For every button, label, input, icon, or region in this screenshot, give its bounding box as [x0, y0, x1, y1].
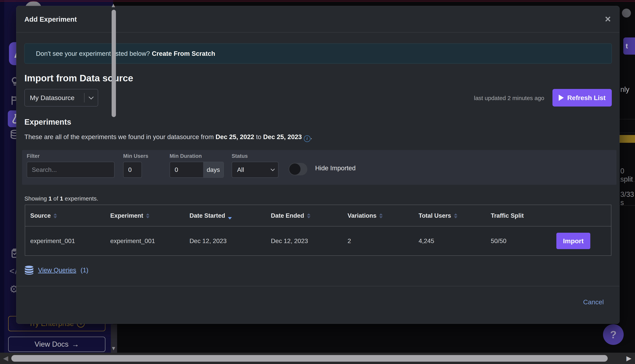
- scroll-left-arrow[interactable]: ◀: [3, 354, 8, 362]
- background-text-fragment: 3/33 s: [620, 190, 635, 207]
- cell-variations: 2: [348, 226, 351, 255]
- min-duration-unit: days: [203, 162, 223, 177]
- description-suffix: .: [310, 133, 312, 140]
- column-header-date-ended[interactable]: Date Ended: [271, 205, 310, 226]
- banner-text: Don't see your experiment listed below?: [36, 50, 150, 57]
- min-duration-label: Min Duration: [170, 153, 202, 159]
- view-queries-link[interactable]: View Queries: [38, 266, 76, 274]
- hide-imported-label: Hide Imported: [315, 164, 356, 172]
- column-header-date-started[interactable]: Date Started: [190, 205, 232, 226]
- table-header-row: Source Experiment Date Started Date Ende…: [25, 205, 611, 226]
- sidebar-scrollbar-thumb[interactable]: [112, 10, 116, 117]
- sidebar-edge: [0, 0, 4, 364]
- view-docs-label: View Docs: [35, 340, 69, 348]
- import-section-heading: Import from Data source: [25, 73, 133, 84]
- cell-traffic-split: 50/50: [491, 226, 506, 255]
- arrow-right-icon: →: [72, 340, 79, 348]
- min-users-label: Min Users: [123, 153, 148, 159]
- status-label: Status: [232, 153, 248, 159]
- toggle-knob: [289, 164, 301, 175]
- filter-label: Filter: [27, 153, 40, 159]
- column-header-total-users[interactable]: Total Users: [419, 205, 457, 226]
- min-duration-input[interactable]: [170, 162, 203, 177]
- gold-row-fragment: [619, 135, 635, 143]
- import-button[interactable]: Import: [556, 233, 590, 249]
- chevron-down-icon: [85, 97, 98, 99]
- column-header-variations[interactable]: Variations: [348, 205, 383, 226]
- modal-title: Add Experiment: [25, 16, 77, 23]
- datasource-value: My Datasource: [25, 94, 84, 102]
- filter-bar: Filter Min Users Min Duration Status day…: [22, 150, 616, 185]
- chevron-down-icon: [271, 167, 275, 171]
- question-mark-icon: ?: [610, 328, 617, 340]
- sort-icon: [454, 214, 457, 218]
- experiments-table: Source Experiment Date Started Date Ende…: [25, 205, 611, 256]
- datasource-select[interactable]: My Datasource: [25, 89, 98, 106]
- database-icon: [25, 266, 34, 275]
- close-icon[interactable]: ×: [605, 13, 611, 25]
- window-top-accent-line: [0, 0, 635, 2]
- refresh-list-label: Refresh List: [567, 94, 606, 102]
- date-from: Dec 25, 2022: [216, 133, 254, 140]
- column-header-experiment[interactable]: Experiment: [110, 205, 150, 226]
- scroll-down-arrow[interactable]: ▼: [111, 345, 116, 352]
- horizontal-scrollbar-track[interactable]: ◀ ▶: [0, 353, 635, 364]
- last-updated-text: last updated 2 minutes ago: [453, 95, 544, 102]
- footer-divider: [17, 286, 619, 286]
- showing-count: 1: [49, 195, 52, 202]
- showing-total: 1: [60, 195, 63, 202]
- sort-icon: [146, 214, 150, 218]
- date-to: Dec 25, 2023: [263, 133, 302, 140]
- modal-header: Add Experiment ×: [17, 6, 619, 32]
- description-prefix: These are all of the experiments we foun…: [25, 133, 216, 140]
- view-docs-button[interactable]: View Docs →: [8, 337, 105, 352]
- experiments-description: These are all of the experiments we foun…: [25, 133, 312, 142]
- showing-middle: of: [52, 195, 60, 202]
- background-text-fragment: nly: [620, 86, 629, 94]
- table-row: experiment_001 experiment_001 Dec 12, 20…: [25, 226, 611, 255]
- experiments-heading: Experiments: [25, 118, 71, 126]
- showing-suffix: experiments.: [63, 195, 98, 202]
- screen: A </ ⚙ Try Enterprise ★ View Docs → t: [0, 0, 635, 364]
- play-icon: [559, 94, 564, 101]
- hide-imported-toggle[interactable]: [289, 163, 307, 175]
- sort-desc-icon: [228, 217, 232, 220]
- min-users-input[interactable]: [123, 162, 142, 178]
- avatar-fragment: [622, 8, 631, 18]
- view-queries[interactable]: View Queries (1): [25, 266, 88, 275]
- divider: [619, 133, 635, 133]
- sort-icon: [54, 214, 57, 218]
- background-page-strip: t nly 0 split 3/33 s: [619, 0, 635, 364]
- background-button-fragment: t: [623, 38, 635, 54]
- background-text-fragment: 0 split: [620, 167, 635, 183]
- cell-total-users: 4,245: [419, 226, 434, 255]
- column-header-source[interactable]: Source: [30, 205, 57, 226]
- showing-count-text: Showing 1 of 1 experiments.: [25, 195, 98, 202]
- status-value: All: [232, 166, 271, 174]
- cell-date-started: Dec 12, 2023: [190, 226, 227, 255]
- add-experiment-modal: Add Experiment × Don't see your experime…: [16, 6, 619, 324]
- column-header-traffic-split: Traffic Split: [491, 205, 524, 226]
- divider: [619, 119, 635, 120]
- info-icon[interactable]: i: [304, 136, 310, 142]
- min-duration-group: days: [170, 162, 224, 178]
- showing-prefix: Showing: [25, 195, 49, 202]
- cell-source: experiment_001: [30, 226, 75, 255]
- divider: [619, 182, 635, 182]
- scroll-right-arrow[interactable]: ▶: [626, 354, 631, 362]
- sort-icon: [307, 214, 310, 218]
- sort-icon: [379, 214, 383, 218]
- create-from-scratch-link[interactable]: Create From Scratch: [152, 50, 215, 57]
- divider: [619, 205, 635, 206]
- cell-date-ended: Dec 12, 2023: [271, 226, 308, 255]
- help-button[interactable]: ?: [603, 324, 624, 345]
- view-queries-count: (1): [81, 266, 88, 274]
- cell-experiment: experiment_001: [110, 226, 155, 255]
- description-middle: to: [254, 133, 263, 140]
- refresh-list-button[interactable]: Refresh List: [552, 89, 612, 106]
- status-select[interactable]: All: [232, 162, 278, 178]
- horizontal-scrollbar-thumb[interactable]: [11, 355, 608, 362]
- cancel-button[interactable]: Cancel: [583, 298, 604, 306]
- search-input[interactable]: [27, 162, 115, 178]
- scroll-up-arrow[interactable]: ▲: [111, 2, 116, 8]
